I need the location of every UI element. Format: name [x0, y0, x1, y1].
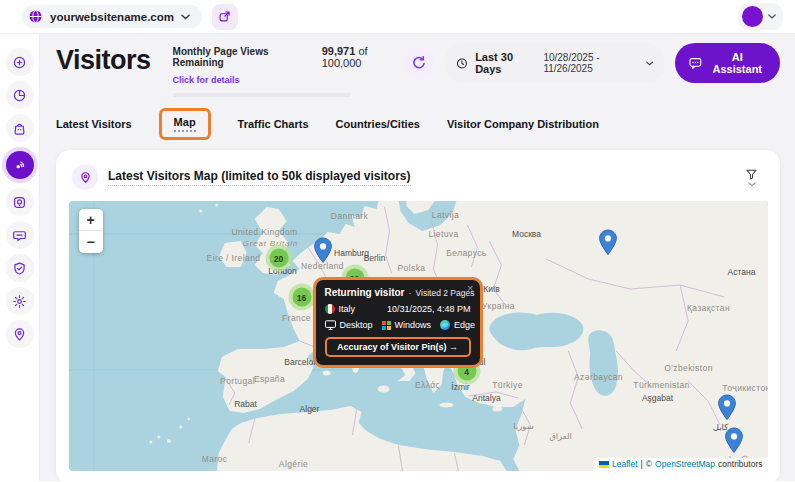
- quota-details-link[interactable]: Click for details: [173, 75, 240, 85]
- tooltip-country: Italy: [325, 304, 356, 314]
- windows-icon: [382, 321, 391, 330]
- tab-map[interactable]: Map: [174, 116, 196, 132]
- quota-label: Monthly Page Views Remaining: [173, 46, 312, 68]
- visitor-pin-marker[interactable]: [313, 237, 333, 264]
- monitor-icon: [325, 320, 336, 330]
- funnel-icon: [745, 168, 758, 181]
- ai-assistant-button[interactable]: AI Assistant: [675, 43, 780, 83]
- sidebar-item-dashboard[interactable]: [6, 81, 34, 109]
- quota-numbers: 99,971 of 100,000: [322, 45, 404, 69]
- website-name: yourwebsitename.com: [50, 11, 174, 23]
- tooltip-os: Windows: [382, 320, 432, 330]
- chat-icon: [689, 57, 702, 70]
- sidebar-item-add[interactable]: [6, 48, 34, 76]
- sidebar-item-recordings[interactable]: [6, 188, 34, 216]
- map-card: Latest Visitors Map (limited to 50k disp…: [56, 150, 780, 481]
- tabs: Latest Visitors Map Traffic Charts Count…: [56, 109, 780, 139]
- pageviews-quota: Monthly Page Views Remaining 99,971 of 1…: [173, 45, 405, 97]
- attribution-divider: |: [641, 459, 643, 469]
- tooltip-pages: Visited 2 Pages: [416, 288, 475, 298]
- tooltip-title: Returning visitor: [325, 287, 405, 298]
- tab-visitor-company-distribution[interactable]: Visitor Company Distribution: [447, 118, 599, 130]
- tab-countries-cities[interactable]: Countries/Cities: [336, 118, 420, 130]
- visitor-cluster-marker[interactable]: 16: [288, 284, 315, 311]
- location-pin-icon: [12, 327, 27, 342]
- annotation-highlight-box: × Returning visitor · Visited 2 Pages It…: [313, 277, 483, 368]
- tooltip-country-label: Italy: [339, 304, 356, 314]
- annotation-highlight-box: Map: [159, 108, 211, 140]
- period-range: 10/28/2025 - 11/26/2025: [543, 52, 652, 74]
- edge-icon: [440, 320, 450, 330]
- ai-assistant-label: AI Assistant: [709, 51, 766, 75]
- period-range-text: 10/28/2025 - 11/26/2025: [543, 52, 641, 74]
- map-filter-button[interactable]: [745, 168, 758, 187]
- leaflet-link[interactable]: Leaflet: [612, 459, 638, 469]
- sidebar: [0, 34, 40, 481]
- topbar: yourwebsitename.com: [0, 0, 795, 34]
- chevron-down-icon: [181, 14, 190, 20]
- clock-icon: [456, 57, 468, 70]
- tab-traffic-charts[interactable]: Traffic Charts: [238, 118, 309, 130]
- quota-progress-bar: [173, 93, 351, 97]
- visitor-pin-marker[interactable]: [598, 229, 618, 256]
- visitors-radar-icon: [12, 158, 27, 173]
- page-title: Visitors: [56, 45, 151, 76]
- zoom-in-button[interactable]: +: [79, 209, 103, 231]
- visitor-cluster-marker[interactable]: 20: [265, 245, 292, 272]
- refresh-button[interactable]: [404, 47, 434, 80]
- card-title: Latest Visitors Map (limited to 50k disp…: [108, 169, 411, 186]
- quota-of: of: [358, 45, 367, 57]
- chevron-down-icon: [748, 182, 756, 187]
- zoom-out-button[interactable]: −: [79, 231, 103, 253]
- tooltip-device-label: Desktop: [340, 320, 373, 330]
- map-attribution: Leaflet | © OpenStreetMap contributors: [594, 458, 767, 471]
- external-link-icon: [218, 10, 231, 23]
- refresh-icon: [411, 55, 427, 71]
- visitor-pin-marker[interactable]: [717, 394, 737, 421]
- shield-check-icon: [12, 261, 27, 276]
- visitor-pin-marker[interactable]: [724, 427, 744, 454]
- sidebar-item-feedback[interactable]: [6, 221, 34, 249]
- globe-icon: [28, 9, 43, 24]
- tooltip-separator: ·: [409, 288, 412, 298]
- avatar: [742, 6, 763, 27]
- quota-total: 100,000: [322, 57, 362, 69]
- open-website-button[interactable]: [212, 4, 238, 30]
- tooltip-datetime: 10/31/2025, 4:48 PM: [387, 304, 471, 314]
- visitor-tooltip: × Returning visitor · Visited 2 Pages It…: [316, 280, 480, 365]
- sidebar-item-settings[interactable]: [6, 287, 34, 315]
- account-menu[interactable]: [738, 3, 783, 30]
- attribution-copyright: ©: [646, 459, 652, 469]
- gear-icon: [12, 294, 27, 309]
- map-pin-badge: [72, 164, 98, 190]
- tooltip-device: Desktop: [325, 320, 373, 330]
- tooltip-browser: Edge: [440, 320, 475, 330]
- accuracy-of-visitor-pins-button[interactable]: Accuracy of Visitor Pin(s) →: [325, 337, 471, 357]
- quota-used: 99,971: [322, 45, 356, 57]
- visitors-map[interactable]: + − United KingdomGreat BritainEire / Ir…: [69, 201, 768, 471]
- sidebar-item-ecommerce[interactable]: [6, 114, 34, 142]
- tab-latest-visitors[interactable]: Latest Visitors: [56, 118, 132, 130]
- ukraine-flag-icon: [599, 461, 609, 468]
- page-header: Visitors Monthly Page Views Remaining 99…: [56, 43, 780, 97]
- shopping-bag-icon: [12, 121, 27, 136]
- openstreetmap-link[interactable]: OpenStreetMap: [655, 459, 715, 469]
- sidebar-item-visitors[interactable]: [6, 151, 34, 179]
- sidebar-item-locations[interactable]: [6, 320, 34, 348]
- sidebar-item-privacy[interactable]: [6, 254, 34, 282]
- main-content: Visitors Monthly Page Views Remaining 99…: [40, 34, 795, 481]
- pie-chart-icon: [12, 88, 27, 103]
- add-circle-icon: [12, 55, 27, 70]
- camera-icon: [12, 195, 27, 210]
- tooltip-browser-label: Edge: [454, 320, 475, 330]
- italy-flag-icon: [325, 304, 335, 314]
- chevron-down-icon: [768, 14, 776, 19]
- period-label: Last 30 Days: [475, 51, 536, 75]
- date-range-picker[interactable]: Last 30 Days 10/28/2025 - 11/26/2025: [444, 43, 665, 83]
- attribution-contributors: contributors: [718, 459, 762, 469]
- chat-bubble-icon: [12, 228, 27, 243]
- close-icon[interactable]: ×: [467, 283, 473, 294]
- website-selector[interactable]: yourwebsitename.com: [22, 5, 202, 28]
- location-pin-icon: [79, 171, 92, 184]
- map-zoom-control: + −: [79, 209, 103, 253]
